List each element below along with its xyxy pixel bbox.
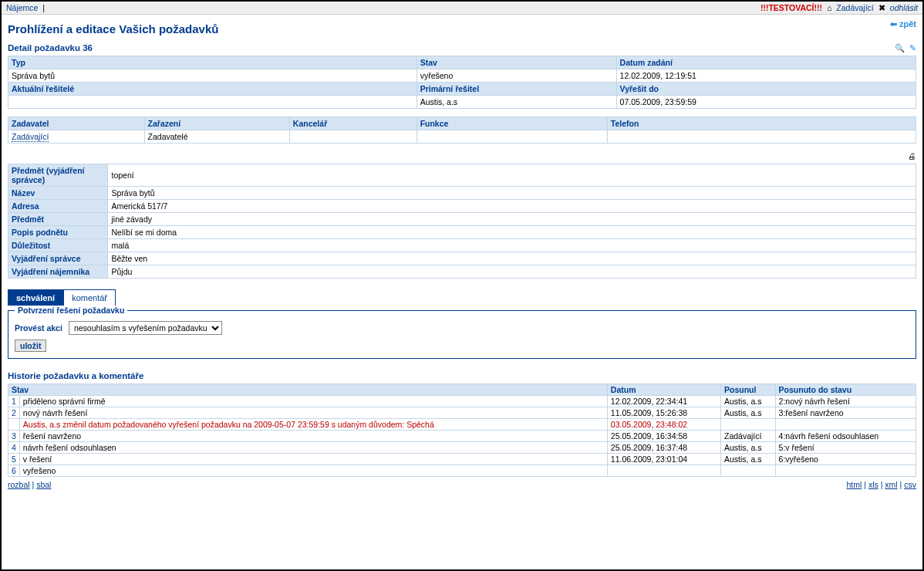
td-predspr: topení <box>108 164 916 187</box>
td-prim: Austis, a.s <box>416 96 616 109</box>
th-fun: Funkce <box>416 117 607 130</box>
separator: | <box>40 3 45 12</box>
td-zad: Zadávající <box>8 130 145 144</box>
th-zar: Zařazení <box>144 117 289 130</box>
th-tel: Telefon <box>607 117 916 130</box>
th-dul: Důležitost <box>8 239 108 252</box>
topbar: Nájemce | !!!TESTOVACÍ!!! ⌂ Zadávající ✖… <box>2 2 922 15</box>
detail-subtitle: Detail požadavku 36 <box>8 43 916 52</box>
td-popis: Nelíbí se mi doma <box>108 226 916 239</box>
td-adresa: Americká 517/7 <box>108 200 916 213</box>
search-icon[interactable]: 🔍 <box>895 43 905 53</box>
export-html[interactable]: html <box>846 480 862 489</box>
history-title: Historie požadavku a komentáře <box>8 371 916 380</box>
history-row: Austis, a.s změnil datum požadovaného vy… <box>8 419 916 431</box>
print-icon[interactable]: 🖨 <box>908 151 916 160</box>
td-vyjnaj: Půjdu <box>108 265 916 279</box>
user-link[interactable]: Zadávající <box>836 3 873 12</box>
th-vyjnaj: Vyjádření nájemníka <box>8 265 108 279</box>
history-row: 2nový návrh řešení11.05.2009, 15:26:38Au… <box>8 407 916 419</box>
logout-link[interactable]: odhlásit <box>890 3 918 12</box>
td-dul: malá <box>108 239 916 252</box>
hh-posunul: Posunul <box>720 384 775 396</box>
td-typ: Správa bytů <box>8 69 417 83</box>
history-row: 5v řešení11.06.2009, 23:01:04Austis, a.s… <box>8 454 916 465</box>
history-table: Stav Datum Posunul Posunuto do stavu 1př… <box>8 383 916 477</box>
detail-table-2: Zadavatel Zařazení Kancelář Funkce Telef… <box>8 117 916 144</box>
td-zar: Zadavatelé <box>144 130 289 144</box>
tab-komentar[interactable]: komentář <box>63 289 116 306</box>
td-stav: vyřešeno <box>416 69 616 83</box>
rozbal-link[interactable]: rozbal <box>8 480 30 489</box>
th-vyjspr: Vyjádření správce <box>8 252 108 265</box>
page-title: Prohlížení a editace Vašich požadavků <box>8 22 916 35</box>
fieldset-legend: Potvrzení řešení požadavku <box>15 306 127 315</box>
save-button[interactable]: uložit <box>15 340 46 352</box>
test-env-label: !!!TESTOVACÍ!!! <box>760 3 822 12</box>
td-nazev: Správa bytů <box>108 187 916 200</box>
th-vyr: Vyřešit do <box>616 83 916 96</box>
history-row: 6vyřešeno <box>8 465 916 477</box>
sbal-link[interactable]: sbal <box>36 480 51 489</box>
th-res: Aktuální řešitelé <box>8 83 417 96</box>
zadavatel-link[interactable]: Zadávající <box>12 132 49 142</box>
th-typ: Typ <box>8 56 417 69</box>
td-kan <box>289 130 416 144</box>
tenant-link[interactable]: Nájemce <box>6 3 38 12</box>
td-datumz: 12.02.2009, 12:19:51 <box>616 69 916 83</box>
td-vyr: 07.05.2009, 23:59:59 <box>616 96 916 109</box>
th-predspr: Předmět (vyjádření správce) <box>8 164 108 187</box>
action-label: Provést akci <box>15 323 62 333</box>
tabs: schváleníkomentář <box>8 289 916 306</box>
td-res <box>8 96 417 109</box>
th-zad: Zadavatel <box>8 117 145 130</box>
edit-icon[interactable]: ✎ <box>909 43 916 53</box>
detail-table-3: Předmět (vyjádření správce)topení NázevS… <box>8 164 916 279</box>
th-prim: Primární řešitel <box>416 83 616 96</box>
history-row: 3řešení navrženo25.05.2009, 16:34:58Zadá… <box>8 431 916 442</box>
td-predmet: jiné závady <box>108 213 916 226</box>
th-datumz: Datum zadání <box>616 56 916 69</box>
detail-table-1: Typ Stav Datum zadání Správa bytů vyřeše… <box>8 56 916 109</box>
export-csv[interactable]: csv <box>904 480 916 489</box>
history-row: 1přiděleno správní firmě12.02.2009, 22:3… <box>8 396 916 407</box>
td-fun <box>416 130 607 144</box>
home-icon[interactable]: ⌂ <box>827 3 831 12</box>
tools-icon[interactable]: ✖ <box>878 3 885 12</box>
td-vyjspr: Běžte ven <box>108 252 916 265</box>
back-link[interactable]: zpět <box>890 19 916 29</box>
th-nazev: Název <box>8 187 108 200</box>
th-adresa: Adresa <box>8 200 108 213</box>
action-select[interactable]: nesouhlasím s vyřešením požadavku <box>69 321 222 335</box>
hh-datum: Datum <box>607 384 720 396</box>
th-kan: Kancelář <box>289 117 416 130</box>
export-xml[interactable]: xml <box>885 480 897 489</box>
th-predmet: Předmět <box>8 213 108 226</box>
history-row: 4návrh řešení odsouhlasen25.05.2009, 16:… <box>8 442 916 454</box>
hh-stav: Stav <box>8 384 608 396</box>
td-tel <box>607 130 916 144</box>
hh-posunuto: Posunuto do stavu <box>775 384 916 396</box>
confirm-fieldset: Potvrzení řešení požadavku Provést akci … <box>8 306 916 359</box>
tab-schvaleni[interactable]: schválení <box>8 289 63 306</box>
th-popis: Popis podnětu <box>8 226 108 239</box>
th-stav: Stav <box>416 56 616 69</box>
export-xls[interactable]: xls <box>868 480 878 489</box>
